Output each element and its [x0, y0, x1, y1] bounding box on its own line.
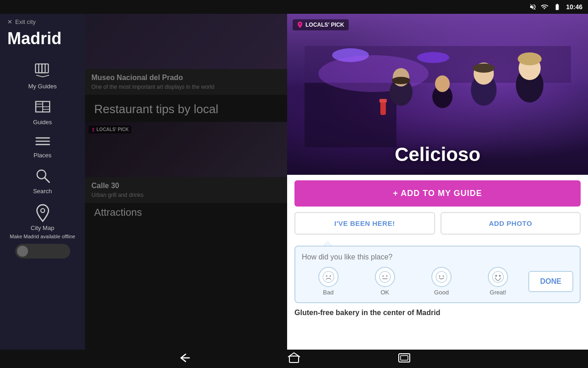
- overlay-panel: LOCALS' PICK Celicioso + ADD TO MY GUIDE…: [287, 14, 588, 350]
- status-icons: 10:46: [529, 3, 582, 11]
- calle30-badge-label: LOCALS' PICK: [96, 127, 129, 132]
- svg-point-29: [323, 271, 334, 282]
- my-guides-icon: [33, 62, 52, 81]
- calle30-locals-badge: LOCALS' PICK: [89, 126, 131, 133]
- been-here-button[interactable]: I'VE BEEN HERE!: [294, 212, 435, 235]
- battery-icon: [552, 3, 562, 11]
- hero-locals-badge: LOCALS' PICK: [293, 19, 349, 30]
- sidebar: ✕ Exit city Madrid My Guides: [0, 14, 85, 350]
- svg-point-15: [318, 55, 429, 92]
- svg-point-14: [417, 52, 449, 63]
- app-container: ✕ Exit city Madrid My Guides: [0, 14, 588, 350]
- great-emoji: [488, 267, 508, 287]
- sidebar-item-my-guides[interactable]: My Guides: [0, 58, 85, 94]
- svg-point-38: [442, 276, 444, 277]
- bottom-nav: [0, 350, 588, 368]
- hero-illustration: [305, 46, 571, 147]
- home-icon: [288, 352, 300, 363]
- svg-point-34: [386, 276, 387, 277]
- good-emoji: [431, 267, 452, 287]
- toggle-knob: [17, 246, 28, 257]
- add-photo-button[interactable]: ADD PHOTO: [441, 212, 581, 235]
- action-buttons: I'VE BEEN HERE! ADD PHOTO: [287, 212, 588, 240]
- my-guides-label: My Guides: [28, 83, 57, 90]
- svg-rect-28: [379, 99, 387, 103]
- wifi-icon: [540, 3, 548, 11]
- city-map-label: City Map: [31, 224, 54, 231]
- exit-city-label: Exit city: [15, 18, 36, 25]
- sidebar-item-search[interactable]: Search: [0, 163, 85, 199]
- back-button[interactable]: [170, 351, 198, 367]
- svg-rect-43: [289, 356, 299, 362]
- svg-point-26: [518, 52, 542, 65]
- done-button[interactable]: DONE: [528, 271, 573, 292]
- review-section: Bad OK: [294, 246, 581, 303]
- offline-toggle[interactable]: [15, 244, 70, 259]
- recents-icon: [398, 353, 411, 363]
- rating-great[interactable]: Great!: [472, 267, 525, 296]
- pin-icon: [297, 22, 303, 28]
- svg-point-9: [92, 127, 95, 130]
- status-time: 10:46: [566, 3, 582, 11]
- place-description: Gluten-free bakery in the center of Madr…: [287, 309, 588, 322]
- good-label: Good: [434, 289, 449, 296]
- city-map-icon: [35, 204, 51, 224]
- review-input[interactable]: [302, 253, 573, 261]
- main-content: Museo Nacional del Prado One of the most…: [85, 14, 588, 350]
- rating-ok[interactable]: OK: [358, 267, 411, 296]
- back-icon: [177, 353, 190, 363]
- ok-label: OK: [380, 289, 389, 296]
- exit-city-button[interactable]: ✕ Exit city: [0, 18, 36, 25]
- svg-rect-45: [401, 356, 408, 360]
- svg-point-37: [439, 276, 440, 277]
- overlay-hero: LOCALS' PICK Celicioso: [287, 14, 588, 175]
- close-icon: ✕: [7, 18, 12, 25]
- svg-point-31: [329, 276, 331, 277]
- svg-point-33: [382, 276, 384, 277]
- svg-point-20: [435, 75, 450, 92]
- rating-row: Bad OK: [302, 267, 573, 296]
- svg-point-18: [392, 77, 410, 84]
- recents-button[interactable]: [390, 351, 418, 367]
- hero-locals-badge-text: LOCALS' PICK: [305, 22, 344, 28]
- svg-point-41: [499, 275, 501, 277]
- svg-point-23: [473, 63, 495, 73]
- ok-emoji: [375, 267, 395, 287]
- bad-label: Bad: [323, 289, 334, 296]
- places-label: Places: [34, 152, 51, 159]
- home-button[interactable]: [280, 351, 308, 368]
- guides-icon: [34, 99, 51, 117]
- sidebar-item-places[interactable]: Places: [0, 130, 85, 163]
- svg-rect-27: [380, 101, 386, 115]
- svg-point-32: [379, 271, 390, 282]
- rating-bad[interactable]: Bad: [302, 267, 355, 296]
- bad-emoji: [318, 267, 339, 287]
- search-icon: [35, 168, 51, 186]
- mute-icon: [529, 3, 537, 11]
- rating-good[interactable]: Good: [415, 267, 468, 296]
- guides-label: Guides: [33, 119, 52, 126]
- svg-point-30: [326, 276, 327, 277]
- city-map-section: City Map Make Madrid available offline: [0, 199, 85, 261]
- great-label: Great!: [490, 289, 506, 296]
- place-name: Celicioso: [287, 144, 588, 166]
- offline-text: Make Madrid available offline: [4, 233, 80, 240]
- search-label: Search: [33, 188, 52, 195]
- svg-line-7: [45, 178, 49, 182]
- city-title: Madrid: [0, 29, 62, 48]
- svg-point-40: [495, 275, 497, 277]
- places-icon: [34, 135, 51, 150]
- svg-point-36: [436, 271, 447, 282]
- svg-point-8: [40, 209, 44, 213]
- add-to-guide-button[interactable]: + ADD TO MY GUIDE: [294, 180, 581, 207]
- sidebar-item-guides[interactable]: Guides: [0, 94, 85, 130]
- status-bar: 10:46: [0, 0, 588, 14]
